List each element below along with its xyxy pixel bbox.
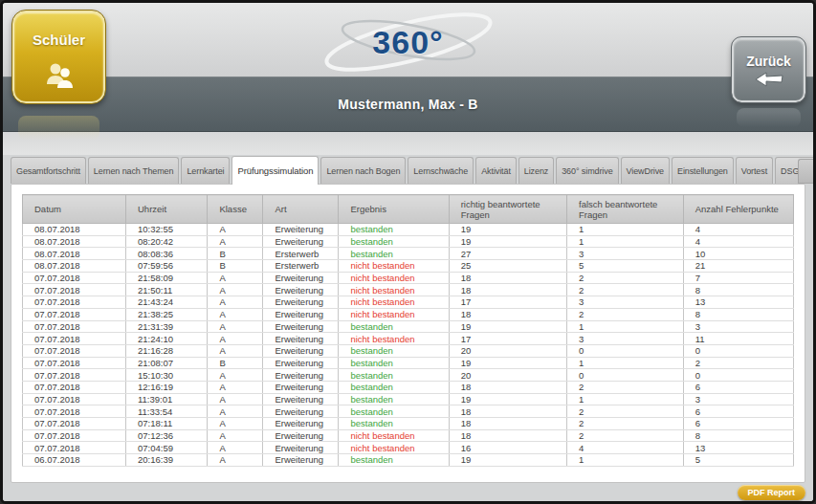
table-row[interactable]: 07.07.201821:50:11AErweiterungnicht best…	[23, 284, 794, 296]
students-button-label: Schüler	[33, 32, 85, 48]
cell-uhrzeit: 21:24:10	[126, 333, 208, 345]
cell-klasse: A	[208, 272, 263, 284]
column-header-art: Art	[263, 195, 339, 224]
table-row[interactable]: 08.07.201808:20:42AErweiterungbestanden1…	[23, 235, 794, 248]
cell-klasse: A	[208, 344, 263, 357]
table-row[interactable]: 07.07.201815:10:30AErweiterungbestanden2…	[23, 369, 794, 382]
cell-uhrzeit: 15:10:30	[126, 369, 208, 382]
cell-art: Erweiterung	[263, 357, 339, 369]
cell-art: Erweiterung	[263, 381, 339, 393]
cell-art: Erweiterung	[263, 296, 339, 309]
column-header-richtig-beantwortete-fragen: richtig beantwortete Fragen	[449, 195, 566, 224]
tab-gesamtfortschritt[interactable]: Gesamtfortschritt	[11, 157, 86, 184]
cell-falsch-beantwortete-fragen: 0	[567, 369, 684, 382]
table-row[interactable]: 07.07.201821:58:09AErweiterungnicht best…	[23, 272, 794, 284]
cell-richtig-beantwortete-fragen: 19	[449, 454, 566, 467]
cell-datum: 07.07.2018	[23, 272, 126, 284]
pdf-report-button[interactable]: PDF Report	[738, 485, 806, 500]
cell-klasse: B	[208, 260, 263, 273]
cell-falsch-beantwortete-fragen: 1	[567, 224, 684, 236]
footer-bar: PDF Report	[3, 483, 813, 501]
cell-ergebnis: nicht bestanden	[339, 308, 449, 320]
tab-bar: GesamtfortschrittLernen nach ThemenLernk…	[3, 155, 813, 184]
cell-art: Erweiterung	[263, 344, 339, 357]
table-row[interactable]: 07.07.201821:08:07BErweiterungbestanden1…	[23, 357, 794, 369]
cell-falsch-beantwortete-fragen: 0	[567, 344, 684, 357]
table-row[interactable]: 07.07.201821:31:39AErweiterungbestanden1…	[23, 320, 794, 333]
cell-falsch-beantwortete-fragen: 1	[567, 235, 684, 248]
cell-falsch-beantwortete-fragen: 1	[567, 320, 684, 333]
table-row[interactable]: 07.07.201812:16:19AErweiterungbestanden1…	[23, 381, 794, 393]
cell-datum: 06.07.2018	[23, 454, 126, 467]
cell-klasse: A	[208, 381, 263, 393]
table-row[interactable]: 06.07.201820:16:39AErweiterungbestanden1…	[23, 454, 794, 467]
cell-uhrzeit: 10:32:55	[126, 224, 208, 236]
cell-datum: 07.07.2018	[23, 429, 126, 442]
table-row[interactable]: 08.07.201807:59:56BErsterwerbnicht besta…	[23, 260, 794, 273]
cell-richtig-beantwortete-fragen: 19	[449, 235, 566, 248]
cell-falsch-beantwortete-fragen: 3	[567, 333, 684, 345]
cell-ergebnis: bestanden	[339, 393, 449, 405]
cell-datum: 07.07.2018	[23, 381, 126, 393]
table-row[interactable]: 07.07.201821:24:10AErweiterungnicht best…	[23, 333, 794, 345]
table-row[interactable]: 08.07.201810:32:55AErweiterungbestanden1…	[23, 224, 794, 236]
tab-lernschwäche[interactable]: Lernschwäche	[408, 157, 474, 184]
tab-lernen-nach-themen[interactable]: Lernen nach Themen	[88, 157, 180, 184]
cell-anzahl-fehlerpunkte: 3	[683, 320, 793, 333]
tab-lernen-nach-bogen[interactable]: Lernen nach Bogen	[320, 157, 406, 184]
tab-360-simdrive[interactable]: 360° simdrive	[556, 157, 618, 184]
tab-viewdrive[interactable]: ViewDrive	[621, 157, 670, 184]
tab-einstellungen[interactable]: Einstellungen	[672, 157, 734, 184]
cell-richtig-beantwortete-fragen: 18	[449, 418, 566, 430]
table-row[interactable]: 08.07.201808:08:36BErsterwerbbestanden27…	[23, 248, 794, 260]
cell-ergebnis: bestanden	[339, 454, 449, 467]
cell-datum: 07.07.2018	[23, 284, 126, 296]
cell-art: Erweiterung	[263, 369, 339, 382]
cell-uhrzeit: 07:12:36	[126, 429, 208, 442]
tab-prüfungssimulation[interactable]: Prüfungssimulation	[232, 156, 319, 185]
cell-ergebnis: bestanden	[339, 357, 449, 369]
cell-klasse: A	[208, 320, 263, 333]
table-row[interactable]: 07.07.201807:04:59AErweiterungnicht best…	[23, 442, 794, 454]
cell-falsch-beantwortete-fragen: 2	[567, 272, 684, 284]
cell-ergebnis: bestanden	[339, 248, 449, 260]
cell-uhrzeit: 21:43:24	[126, 296, 208, 309]
cell-art: Ersterwerb	[263, 260, 339, 273]
tab-vortest[interactable]: Vortest	[736, 157, 773, 184]
cell-uhrzeit: 12:16:19	[126, 381, 208, 393]
cell-uhrzeit: 07:04:59	[126, 442, 208, 454]
cell-ergebnis: nicht bestanden	[339, 333, 449, 345]
cell-ergebnis: bestanden	[339, 235, 449, 248]
table-row[interactable]: 07.07.201821:43:24AErweiterungnicht best…	[23, 296, 794, 309]
cell-art: Erweiterung	[263, 333, 339, 345]
tab-lizenz[interactable]: Lizenz	[518, 157, 554, 184]
cell-klasse: A	[208, 393, 263, 405]
cell-art: Erweiterung	[263, 284, 339, 296]
cell-art: Erweiterung	[263, 393, 339, 405]
table-row[interactable]: 07.07.201807:18:11AErweiterungbestanden1…	[23, 418, 794, 430]
tab-overflow-stub[interactable]	[798, 159, 813, 184]
cell-datum: 07.07.2018	[23, 357, 126, 369]
table-row[interactable]: 07.07.201811:39:01AErweiterungbestanden1…	[23, 393, 794, 405]
cell-datum: 07.07.2018	[23, 344, 126, 357]
cell-uhrzeit: 20:16:39	[126, 454, 208, 467]
content-panel: DatumUhrzeitKlasseArtErgebnisrichtig bea…	[11, 184, 805, 483]
table-row[interactable]: 07.07.201811:33:54AErweiterungbestanden1…	[23, 405, 794, 418]
cell-art: Erweiterung	[263, 454, 339, 467]
cell-uhrzeit: 21:38:25	[126, 308, 208, 320]
cell-richtig-beantwortete-fragen: 18	[449, 429, 566, 442]
cell-richtig-beantwortete-fragen: 19	[449, 393, 566, 405]
cell-anzahl-fehlerpunkte: 8	[683, 308, 793, 320]
tab-lernkartei[interactable]: Lernkartei	[181, 157, 230, 184]
cell-richtig-beantwortete-fragen: 19	[449, 357, 566, 369]
tab-aktivität[interactable]: Aktivität	[475, 157, 517, 184]
cell-uhrzeit: 21:31:39	[126, 320, 208, 333]
cell-ergebnis: nicht bestanden	[339, 442, 449, 454]
table-row[interactable]: 07.07.201807:12:36AErweiterungnicht best…	[23, 429, 794, 442]
table-row[interactable]: 07.07.201821:38:25AErweiterungnicht best…	[23, 308, 794, 320]
back-button[interactable]: Zurück	[732, 37, 805, 102]
cell-ergebnis: bestanden	[339, 418, 449, 430]
table-row[interactable]: 07.07.201821:16:28AErweiterungbestanden2…	[23, 344, 794, 357]
cell-falsch-beantwortete-fragen: 1	[567, 393, 684, 405]
students-button[interactable]: Schüler	[12, 11, 105, 103]
